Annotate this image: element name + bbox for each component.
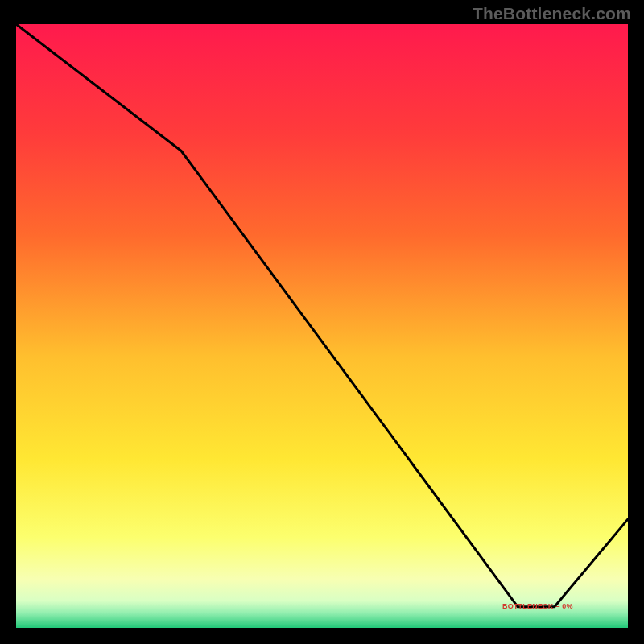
chart-frame: BOTTLENECK = 0% (16, 24, 628, 628)
chart-stage: TheBottleneck.com BOTTLENECK = 0% (0, 0, 644, 644)
plot-area: BOTTLENECK = 0% (16, 24, 628, 628)
bottleneck-zero-label: BOTTLENECK = 0% (502, 602, 573, 610)
watermark-text: TheBottleneck.com (473, 4, 631, 23)
bottleneck-line (16, 24, 628, 628)
